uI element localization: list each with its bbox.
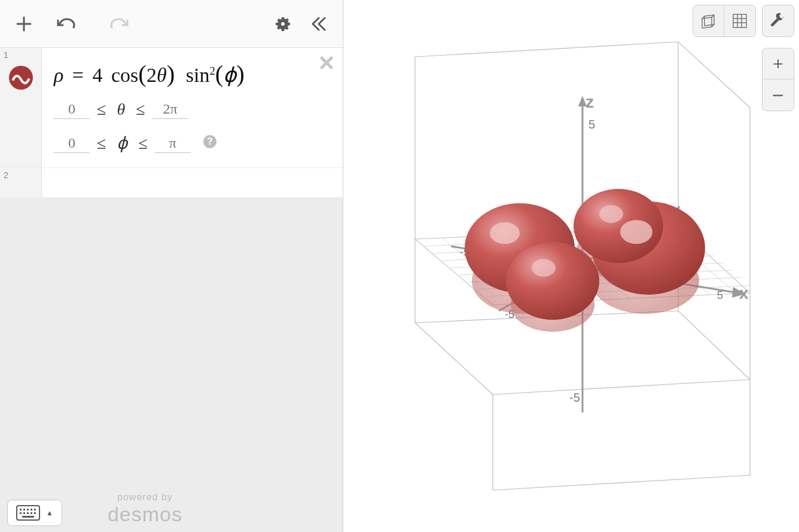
undo-icon	[56, 17, 76, 31]
svg-point-61	[532, 259, 556, 277]
svg-line-21	[415, 323, 493, 395]
expression-gutter: 2	[0, 168, 42, 197]
view-controls	[693, 5, 794, 37]
bounds-section: ≤ θ ≤ ≤ ϕ ≤ ?	[54, 100, 333, 153]
svg-rect-10	[31, 509, 32, 510]
svg-point-60	[620, 220, 652, 244]
svg-rect-11	[34, 509, 36, 510]
expression-index: 2	[4, 170, 8, 180]
expression-panel: 1 ρ = 4 cos(2θ) sin2(ϕ)	[0, 0, 343, 532]
left-toolbar	[0, 0, 343, 48]
close-icon	[319, 55, 334, 71]
expression-body-empty[interactable]	[42, 168, 343, 197]
svg-rect-13	[23, 512, 25, 514]
z-tick-neg: -5	[569, 391, 580, 404]
wrench-icon	[770, 13, 786, 29]
surface-plot	[465, 189, 705, 332]
svg-rect-15	[31, 512, 32, 514]
svg-line-27	[415, 418, 493, 490]
svg-line-25	[493, 475, 750, 490]
expression-row[interactable]: 1 ρ = 4 cos(2θ) sin2(ϕ)	[0, 48, 343, 168]
graph-3d-canvas[interactable]: z 5 -5 x 5 -5 y -5	[343, 0, 799, 532]
theta-var: θ	[117, 100, 125, 119]
gear-icon	[274, 15, 292, 33]
phi-min-input[interactable]	[54, 134, 90, 153]
bounds-help-button[interactable]: ?	[203, 134, 217, 153]
bounds-row-theta: ≤ θ ≤	[54, 100, 333, 119]
z-tick-pos: 5	[588, 118, 595, 131]
svg-rect-7	[20, 509, 22, 510]
keyboard-caret-icon: ▲	[46, 509, 53, 517]
svg-rect-12	[20, 512, 22, 514]
surface-wave-icon	[12, 69, 30, 87]
phi-max-input[interactable]	[155, 134, 191, 153]
svg-rect-67	[733, 14, 746, 27]
left-footer: ▲ powered by desmos	[7, 490, 336, 526]
cube-wireframe-icon	[700, 12, 718, 30]
svg-point-59	[490, 222, 520, 244]
svg-rect-9	[27, 509, 29, 510]
graph-panel: z 5 -5 x 5 -5 y -5	[343, 0, 799, 532]
expression-body[interactable]: ρ = 4 cos(2θ) sin2(ϕ) ≤ θ ≤	[42, 48, 343, 167]
powered-by-desmos: powered by desmos	[108, 492, 182, 526]
bounds-row-phi: ≤ ϕ ≤ ?	[54, 133, 333, 153]
expression-color-icon[interactable]	[9, 66, 33, 90]
redo-button[interactable]	[102, 6, 138, 42]
help-icon: ?	[203, 134, 217, 149]
redo-icon	[109, 17, 130, 31]
theta-max-input[interactable]	[153, 100, 188, 119]
expression-row[interactable]: 2	[0, 168, 343, 198]
svg-rect-17	[22, 516, 34, 518]
zoom-in-button[interactable]: +	[763, 48, 794, 80]
svg-text:?: ?	[207, 136, 213, 146]
zoom-out-button[interactable]: −	[763, 80, 794, 111]
brand-label: desmos	[108, 503, 182, 526]
delete-expression-button[interactable]	[319, 55, 334, 73]
keyboard-icon	[16, 505, 40, 521]
svg-line-22	[493, 380, 750, 395]
collapse-panel-button[interactable]	[301, 6, 337, 42]
svg-rect-8	[23, 509, 25, 510]
z-axis-label: z	[585, 93, 594, 111]
x-axis-label: x	[739, 284, 749, 302]
svg-point-62	[599, 205, 623, 223]
svg-rect-16	[34, 512, 36, 514]
keyboard-toggle-button[interactable]: ▲	[7, 500, 62, 526]
undo-button[interactable]	[48, 6, 84, 42]
add-expression-button[interactable]	[6, 6, 42, 42]
theta-min-input[interactable]	[54, 100, 90, 119]
svg-point-57	[506, 242, 599, 320]
chevron-left-double-icon	[310, 15, 327, 33]
plus-icon	[15, 15, 33, 33]
x-tick-pos: 5	[717, 289, 723, 301]
grid-icon	[732, 13, 748, 29]
expression-gutter: 1	[0, 48, 42, 167]
graph-settings-button[interactable]	[265, 6, 301, 42]
graph-tools-button[interactable]	[763, 5, 794, 36]
expression-index: 1	[4, 50, 8, 60]
powered-by-label: powered by	[108, 492, 182, 503]
toggle-3d-box-button[interactable]	[693, 5, 724, 36]
expression-list: 1 ρ = 4 cos(2θ) sin2(ϕ)	[0, 48, 343, 532]
svg-rect-14	[27, 512, 29, 514]
toggle-grid-button[interactable]	[724, 5, 755, 36]
expression-formula[interactable]: ρ = 4 cos(2θ) sin2(ϕ)	[54, 60, 333, 88]
zoom-controls: + −	[762, 48, 794, 111]
phi-var: ϕ	[117, 133, 127, 153]
